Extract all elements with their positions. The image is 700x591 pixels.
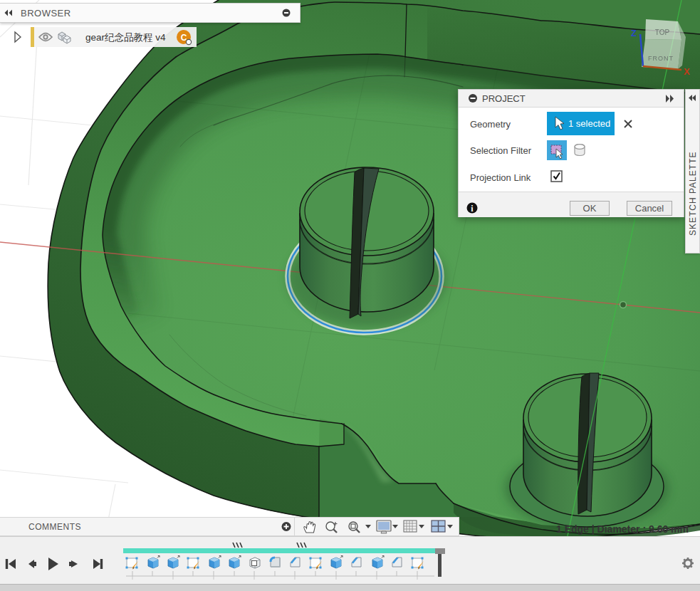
svg-text:FRONT: FRONT — [648, 55, 674, 62]
svg-text:1 Edge | Diameter : 9.60 mm: 1 Edge | Diameter : 9.60 mm — [556, 523, 689, 535]
svg-text:BROWSER: BROWSER — [21, 8, 71, 19]
svg-text:gear纪念品教程 v4: gear纪念品教程 v4 — [85, 32, 166, 43]
svg-text:SKETCH PALETTE: SKETCH PALETTE — [688, 152, 698, 236]
svg-text:TOP: TOP — [655, 28, 670, 36]
svg-text:PROJECT: PROJECT — [482, 93, 526, 104]
svg-text:Z: Z — [631, 28, 637, 38]
svg-text:X: X — [684, 66, 690, 77]
svg-text:1 selected: 1 selected — [568, 118, 610, 129]
